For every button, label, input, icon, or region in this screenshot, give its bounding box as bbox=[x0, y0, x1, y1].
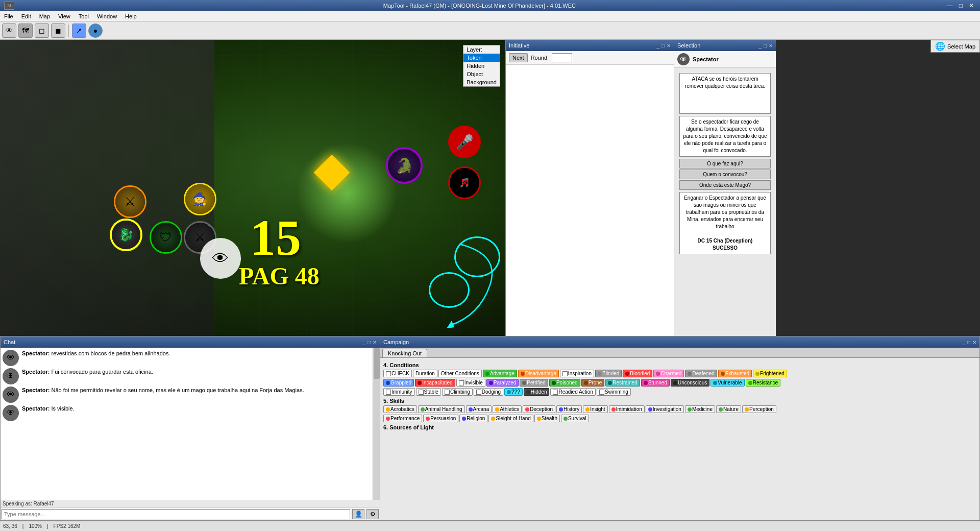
skill-persuasion[interactable]: Persuasion bbox=[423, 415, 458, 422]
initiative-next-btn[interactable]: Next bbox=[509, 53, 528, 62]
cond-deafened-btn[interactable]: Deafened bbox=[685, 370, 717, 377]
toolbar-btn-circle[interactable]: ● bbox=[88, 23, 103, 38]
chat-scrollbar[interactable] bbox=[373, 348, 380, 500]
cond-inspiration-btn[interactable]: Inspiration bbox=[560, 370, 594, 377]
skill-history[interactable]: History bbox=[556, 405, 582, 413]
menu-view[interactable]: View bbox=[54, 12, 75, 20]
cond-unknown-btn[interactable]: ??? bbox=[504, 388, 523, 396]
titlebar-controls[interactable]: — □ ✕ bbox=[945, 2, 976, 9]
cond-petrified-btn[interactable]: Petrified bbox=[520, 379, 548, 387]
token-creature[interactable]: 🐊 bbox=[386, 147, 423, 184]
campaign-minimize[interactable]: _ bbox=[962, 340, 965, 345]
token-selected[interactable]: 🐉 bbox=[110, 219, 142, 251]
cond-restrained-btn[interactable]: Restrained bbox=[605, 379, 640, 387]
skill-religion[interactable]: Religion bbox=[459, 415, 487, 422]
qa-btn-3[interactable]: Onde está este Mago? bbox=[679, 180, 771, 190]
cond-vulnerable-btn[interactable]: Vulnerable bbox=[710, 379, 744, 387]
skill-sleight-of-hand[interactable]: Sleight of Hand bbox=[488, 415, 533, 422]
layer-object[interactable]: Object bbox=[463, 70, 500, 78]
minimize-button[interactable]: — bbox=[945, 2, 955, 9]
layer-token[interactable]: Token bbox=[463, 54, 500, 62]
eye-token[interactable]: 👁 bbox=[200, 238, 241, 279]
cond-resistance-btn[interactable]: Resistance bbox=[746, 379, 780, 387]
cond-incapacitated-btn[interactable]: Incapacitated bbox=[415, 379, 455, 387]
layer-background[interactable]: Background bbox=[463, 78, 500, 86]
cond-dodging-btn[interactable]: Dodging bbox=[474, 388, 503, 396]
cond-bloodied-btn[interactable]: Bloodied bbox=[623, 370, 652, 377]
menu-window[interactable]: Window bbox=[93, 12, 121, 20]
selection-minimize[interactable]: _ bbox=[758, 43, 762, 49]
chat-option-btn[interactable]: ⚙ bbox=[366, 509, 379, 519]
cond-disadvantage-btn[interactable]: Disadvantage bbox=[518, 370, 559, 377]
selection-close[interactable]: ✕ bbox=[769, 43, 773, 49]
skill-medicine[interactable]: Medicine bbox=[685, 405, 715, 413]
selection-maximize[interactable]: □ bbox=[764, 43, 767, 49]
qa-btn-1[interactable]: O que faz aqui? bbox=[679, 159, 771, 168]
map-area[interactable]: ⚔ 🧙 🐉 🛡 ⚔ 👁 🐊 bbox=[0, 40, 505, 336]
menu-map[interactable]: Map bbox=[35, 12, 54, 20]
cond-invisible-btn[interactable]: Invisible bbox=[456, 379, 485, 387]
cond-immunity-btn[interactable]: Immunity bbox=[383, 388, 415, 396]
token-warrior1[interactable]: ⚔ bbox=[114, 185, 146, 218]
skill-deception[interactable]: Deception bbox=[523, 405, 555, 413]
skill-perception[interactable]: Perception bbox=[742, 405, 776, 413]
menu-tool[interactable]: Tool bbox=[75, 12, 93, 20]
skill-survival[interactable]: Survival bbox=[561, 415, 589, 422]
tab-knocking-out[interactable]: Knocking Out bbox=[382, 349, 427, 357]
chat-minimize[interactable]: _ bbox=[362, 340, 365, 345]
toolbar-btn-1[interactable]: 👁 bbox=[2, 23, 16, 38]
cond-unconscious-btn[interactable]: Unconscious bbox=[671, 379, 709, 387]
menu-help[interactable]: Help bbox=[121, 12, 141, 20]
cond-hidden-btn[interactable]: Hidden bbox=[524, 388, 550, 396]
chat-close[interactable]: ✕ bbox=[373, 340, 377, 345]
skill-acrobatics[interactable]: Acrobatics bbox=[383, 405, 417, 413]
cond-swimming-btn[interactable]: Swimming bbox=[597, 388, 631, 396]
cond-frightened-btn[interactable]: Frightened bbox=[753, 370, 787, 377]
close-button[interactable]: ✕ bbox=[967, 2, 976, 9]
chat-maximize[interactable]: □ bbox=[368, 340, 371, 345]
chat-scroll-thumb[interactable] bbox=[374, 348, 380, 379]
token-warrior3[interactable]: 🛡 bbox=[150, 221, 182, 254]
campaign-maximize[interactable]: □ bbox=[967, 340, 970, 345]
cond-blinded-btn[interactable]: Blinded bbox=[595, 370, 622, 377]
toolbar-btn-move[interactable]: ↗ bbox=[72, 23, 86, 38]
cond-other-btn[interactable]: Other Conditions bbox=[438, 370, 482, 377]
cond-climbing-btn[interactable]: Climbing bbox=[442, 388, 473, 396]
toolbar-btn-3[interactable]: ◻ bbox=[35, 23, 49, 38]
select-map-btn[interactable]: Select Map bbox=[947, 43, 975, 50]
cond-duration-btn[interactable]: Duration bbox=[413, 370, 437, 377]
cond-charmed-btn[interactable]: Charmed bbox=[653, 370, 684, 377]
cond-readied-btn[interactable]: Readied Action bbox=[550, 388, 595, 396]
menu-edit[interactable]: Edit bbox=[17, 12, 35, 20]
skill-athletics[interactable]: Athletics bbox=[493, 405, 522, 413]
skill-intimidation[interactable]: Intimidation bbox=[609, 405, 645, 413]
chat-input-field[interactable] bbox=[2, 509, 350, 519]
campaign-close[interactable]: ✕ bbox=[972, 340, 976, 345]
music-stop-button[interactable]: 🎵 ✕ bbox=[448, 166, 481, 199]
skill-performance[interactable]: Performance bbox=[383, 415, 422, 422]
cond-poisoned-btn[interactable]: Poisoned bbox=[549, 379, 580, 387]
cond-check-btn[interactable]: CHECK bbox=[383, 370, 412, 377]
cond-stable-btn[interactable]: Stable bbox=[416, 388, 441, 396]
cond-advantage-btn[interactable]: Advantage bbox=[483, 370, 517, 377]
initiative-round-input[interactable] bbox=[552, 53, 572, 62]
skill-investigation[interactable]: Investigation bbox=[646, 405, 684, 413]
menu-file[interactable]: File bbox=[0, 12, 17, 20]
cond-stunned-btn[interactable]: Stunned bbox=[641, 379, 670, 387]
chat-send-btn[interactable]: 👤 bbox=[352, 509, 364, 519]
cond-exhausted-btn[interactable]: Exhausted bbox=[718, 370, 752, 377]
token-warrior2[interactable]: 🧙 bbox=[184, 183, 216, 215]
qa-btn-2[interactable]: Quem o convocou? bbox=[679, 170, 771, 179]
maximize-button[interactable]: □ bbox=[957, 2, 965, 9]
cond-paralyzed-btn[interactable]: Paralyzed bbox=[486, 379, 519, 387]
cond-grappled-btn[interactable]: Grappled bbox=[383, 379, 414, 387]
skill-animal-handling[interactable]: Animal Handling bbox=[418, 405, 465, 413]
initiative-minimize[interactable]: _ bbox=[656, 43, 659, 49]
skill-nature[interactable]: Nature bbox=[716, 405, 741, 413]
toolbar-btn-2[interactable]: 🗺 bbox=[18, 23, 33, 38]
initiative-close[interactable]: ✕ bbox=[667, 43, 671, 49]
layer-hidden[interactable]: Hidden bbox=[463, 62, 500, 70]
mic-button[interactable]: 🎤 bbox=[448, 126, 481, 158]
skill-arcana[interactable]: Arcana bbox=[466, 405, 492, 413]
skill-stealth[interactable]: Stealth bbox=[534, 415, 560, 422]
